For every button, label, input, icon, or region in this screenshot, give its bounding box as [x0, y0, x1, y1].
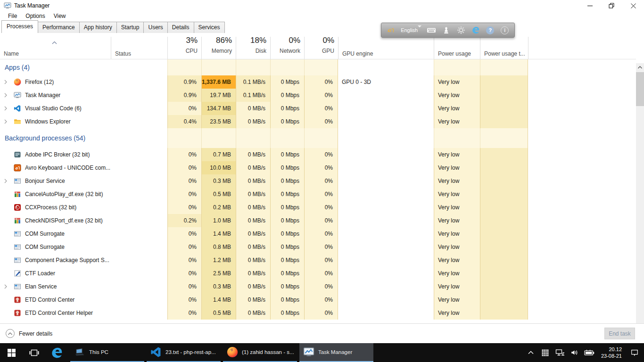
end-task-button[interactable]: End task [604, 328, 635, 339]
tab-startup[interactable]: Startup [116, 22, 144, 33]
gpu-cell: 0% [304, 115, 338, 128]
gpu-engine-cell [338, 214, 434, 227]
process-name: Visual Studio Code (6) [25, 102, 82, 115]
taskbar-window-23-txt-php-rest-ap[interactable]: 23.txt - php-rest-ap... [147, 343, 221, 362]
column-header-cpu[interactable]: 3%CPU [167, 37, 201, 59]
taskbar-window-task-manager[interactable]: Task Manager [299, 343, 373, 362]
process-row[interactable]: ETD Control Center 0% 1.4 MB 0 MB/s 0 Mb… [0, 293, 636, 306]
process-row[interactable]: Bonjour Service 0% 0.3 MB 0 MB/s 0 Mbps … [0, 174, 636, 188]
process-row[interactable]: Avro Keyboard - UNICODE com... 0% 10.0 M… [0, 161, 636, 174]
memory-cell: 0.5 MB [201, 306, 236, 320]
fewer-details-toggle[interactable]: Fewer details [6, 329, 52, 338]
column-header-power-usage[interactable]: Power usage [434, 37, 480, 59]
column-header-memory[interactable]: 86%Memory [201, 37, 236, 59]
process-row[interactable]: ETD Control Center Helper 0% 0.5 MB 0 MB… [0, 306, 636, 320]
volume-icon[interactable] [569, 346, 580, 359]
process-row[interactable]: Windows Explorer 0.4% 23.5 MB 0 MB/s 0 M… [0, 115, 636, 128]
start-button[interactable] [0, 343, 23, 362]
tab-performance[interactable]: Performance [38, 22, 80, 33]
column-header-gpu-engine[interactable]: GPU engine [338, 37, 434, 59]
app-window-icon [14, 230, 21, 238]
tab-services[interactable]: Services [194, 22, 225, 33]
column-header-power-usage-trend[interactable]: Power usage t... [480, 37, 528, 59]
process-row[interactable]: Component Package Support S... 0% 1.2 MB… [0, 254, 636, 267]
gpu-engine-cell [338, 267, 434, 280]
about-icon[interactable]: i [500, 25, 510, 35]
edge-icon[interactable] [45, 343, 68, 362]
avro-logo-icon[interactable] [386, 25, 396, 35]
clock[interactable]: 20.1223-08-21 [601, 346, 622, 359]
expand-chevron-icon[interactable] [4, 284, 9, 289]
scroll-up-icon[interactable] [636, 63, 644, 71]
status-cell [111, 75, 167, 89]
keyboard-icon[interactable] [427, 25, 436, 35]
file-explorer-icon [74, 346, 85, 358]
minimize-button[interactable] [579, 0, 601, 11]
group-header-row[interactable]: Background processes (54) [0, 128, 636, 148]
taskbar-window-1-zahid-hassan-s[interactable]: (1) zahid hassan - s... [223, 343, 297, 362]
vertical-scrollbar[interactable] [636, 63, 644, 323]
process-row[interactable]: Firefox (12) 0.9% 1,337.6 MB 0.1 MB/s 0 … [0, 75, 636, 89]
vscode-icon [150, 346, 162, 358]
process-row[interactable]: CCXProcess (32 bit) 0% 0.2 MB 0 MB/s 0 M… [0, 201, 636, 214]
process-row[interactable]: Elan Service 0% 0.3 MB 0 MB/s 0 Mbps 0% … [0, 280, 636, 293]
tray-chevron-up-icon[interactable] [525, 346, 537, 359]
tab-details[interactable]: Details [167, 22, 194, 33]
process-row[interactable]: COM Surrogate 0% 1.4 MB 0 MB/s 0 Mbps 0%… [0, 227, 636, 240]
power-trend-cell [480, 201, 528, 214]
column-header-disk[interactable]: 18%Disk [236, 37, 270, 59]
network-icon[interactable] [554, 346, 566, 359]
power-usage-cell: Very low [434, 75, 480, 89]
avro-tray-icon[interactable] [540, 346, 551, 359]
process-row[interactable]: COM Surrogate 0% 0.8 MB 0 MB/s 0 Mbps 0%… [0, 240, 636, 254]
ccx-icon [14, 204, 21, 211]
expand-chevron-icon[interactable] [4, 179, 9, 183]
process-row[interactable]: Adobe IPC Broker (32 bit) 0% 0.7 MB 0 MB… [0, 148, 636, 161]
status-cell [111, 115, 167, 128]
settings-gear-icon[interactable] [456, 25, 465, 35]
cpu-cell: 0% [167, 148, 201, 161]
disk-cell: 0 MB/s [236, 148, 270, 161]
column-header-network[interactable]: 0%Network [270, 37, 304, 59]
close-button[interactable] [622, 0, 644, 11]
scrollbar-thumb[interactable] [636, 72, 644, 106]
process-row[interactable]: Task Manager 0.9% 19.7 MB 0.1 MB/s 0 Mbp… [0, 89, 636, 102]
browser-icon[interactable] [471, 25, 480, 35]
expand-chevron-icon[interactable] [4, 80, 9, 84]
installer-icon: H [14, 217, 21, 224]
network-cell: 0 Mbps [270, 254, 304, 267]
help-icon[interactable]: ? [486, 25, 495, 35]
menu-options[interactable]: Options [21, 12, 49, 20]
tab-users[interactable]: Users [143, 22, 167, 33]
action-center-icon[interactable] [629, 346, 640, 359]
process-row[interactable]: CTF Loader 0% 2.5 MB 0 MB/s 0 Mbps 0% Ve… [0, 267, 636, 280]
process-row[interactable]: HCancelAutoPlay_df.exe (32 bit) 0% 0.5 M… [0, 188, 636, 201]
network-cell: 0 Mbps [270, 306, 304, 320]
taskbar-window-this-pc[interactable]: This PC [70, 343, 144, 362]
network-cell: 0 Mbps [270, 148, 304, 161]
cpu-cell: 0% [167, 254, 201, 267]
menu-file[interactable]: File [4, 12, 21, 20]
language-selector[interactable]: English [401, 28, 421, 33]
process-row[interactable]: Visual Studio Code (6) 0% 134.7 MB 0 MB/… [0, 102, 636, 115]
tab-processes[interactable]: Processes [1, 20, 38, 33]
tab-app-history[interactable]: App history [79, 22, 117, 33]
expand-chevron-icon[interactable] [4, 106, 9, 111]
cpu-cell: 0% [167, 306, 201, 320]
menu-view[interactable]: View [50, 12, 70, 20]
avro-mouse-icon[interactable] [441, 25, 451, 35]
group-header-row[interactable]: Apps (4) [0, 59, 636, 75]
column-header-gpu[interactable]: 0%GPU [304, 37, 338, 59]
group-label: Apps (4) [0, 59, 30, 75]
power-usage-cell: Very low [434, 293, 480, 306]
expand-chevron-icon[interactable] [4, 93, 9, 98]
gpu-cell: 0% [304, 227, 338, 240]
process-row[interactable]: HCheckNDISPort_df.exe (32 bit) 0.2% 1.0 … [0, 214, 636, 227]
battery-icon[interactable] [584, 346, 595, 359]
titlebar[interactable]: Task Manager [0, 0, 644, 11]
task-view-button[interactable] [23, 343, 45, 362]
column-header-name[interactable]: Name [0, 37, 111, 59]
column-header-status[interactable]: Status [111, 37, 167, 59]
expand-chevron-icon[interactable] [4, 119, 9, 124]
restore-button[interactable] [601, 0, 622, 11]
